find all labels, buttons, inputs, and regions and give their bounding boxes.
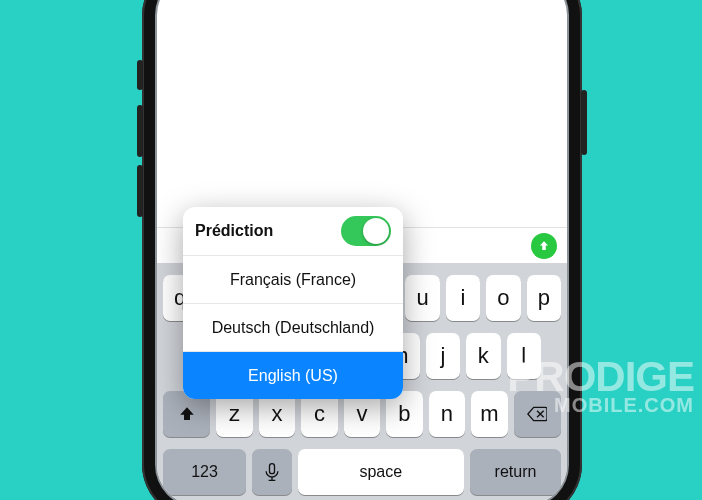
microphone-icon xyxy=(262,462,282,482)
backspace-icon xyxy=(527,406,547,422)
key-p[interactable]: p xyxy=(527,275,561,321)
key-i[interactable]: i xyxy=(446,275,480,321)
svg-rect-0 xyxy=(269,464,274,474)
mute-switch[interactable] xyxy=(137,60,143,90)
volume-up-button[interactable] xyxy=(137,105,143,157)
globe-key[interactable] xyxy=(252,449,292,495)
delete-key[interactable] xyxy=(514,391,561,437)
numeric-key[interactable]: 123 xyxy=(163,449,246,495)
prediction-row[interactable]: Prédiction xyxy=(183,207,403,255)
send-button[interactable] xyxy=(531,233,557,259)
volume-down-button[interactable] xyxy=(137,165,143,217)
language-option-en[interactable]: English (US) xyxy=(183,351,403,399)
space-key[interactable]: space xyxy=(298,449,464,495)
prediction-toggle[interactable] xyxy=(341,216,391,246)
keyboard-row-4: 123 space return xyxy=(157,449,567,495)
phone-screen: q w e r t y u i o p a s d f g h j k l xyxy=(157,0,567,500)
key-k[interactable]: k xyxy=(466,333,500,379)
language-option-de[interactable]: Deutsch (Deutschland) xyxy=(183,303,403,351)
power-button[interactable] xyxy=(581,90,587,155)
toggle-knob xyxy=(363,218,389,244)
prediction-label: Prédiction xyxy=(195,222,273,240)
key-l[interactable]: l xyxy=(507,333,541,379)
return-key[interactable]: return xyxy=(470,449,561,495)
arrow-up-icon xyxy=(537,239,551,253)
shift-icon xyxy=(178,405,196,423)
key-n[interactable]: n xyxy=(429,391,465,437)
language-popup: Prédiction Français (France) Deutsch (De… xyxy=(183,207,403,399)
key-u[interactable]: u xyxy=(405,275,439,321)
language-option-fr[interactable]: Français (France) xyxy=(183,255,403,303)
key-o[interactable]: o xyxy=(486,275,520,321)
key-j[interactable]: j xyxy=(426,333,460,379)
key-m[interactable]: m xyxy=(471,391,507,437)
